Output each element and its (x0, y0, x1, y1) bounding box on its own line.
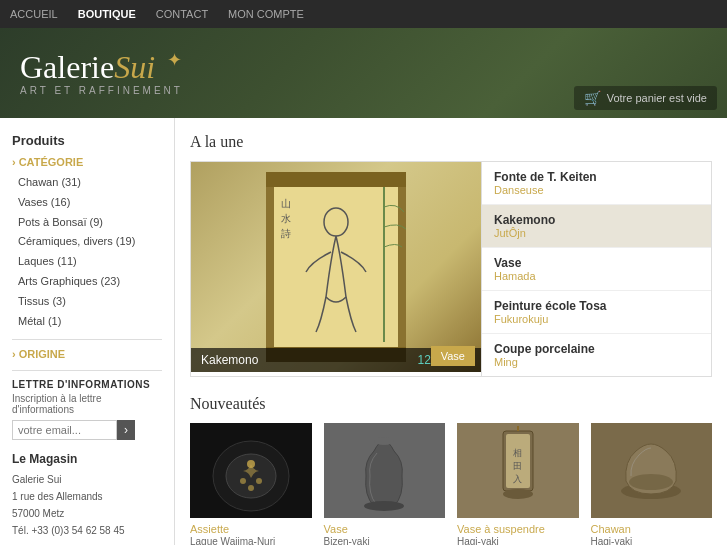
product-image-vase (324, 423, 446, 518)
product-subtitle-3: Hagi-yaki (591, 536, 713, 545)
logo-icon: ✦ (167, 50, 182, 70)
chevron-right-icon: › (12, 156, 16, 168)
email-submit-button[interactable]: › (117, 420, 135, 440)
featured-item-sub: Hamada (494, 270, 699, 282)
divider2 (12, 370, 162, 371)
featured-item-name: Coupe porcelaine (494, 342, 699, 356)
product-card-1[interactable]: Vase Bizen-yaki 250,00 € (324, 423, 446, 545)
sidebar-category-toggle[interactable]: › CATÉGORIE (12, 156, 162, 168)
list-item[interactable]: Céramiques, divers (19) (18, 232, 162, 252)
lettre-subtitle: Inscription à la lettre d'informations (12, 393, 162, 415)
logo-part1: Galerie (20, 49, 114, 85)
svg-text:田: 田 (513, 461, 522, 471)
magasin-address2: 57000 Metz (12, 505, 162, 522)
magasin-title: Le Magasin (12, 452, 162, 466)
magasin-phone: Tél. +33 (0)3 54 62 58 45 (12, 522, 162, 539)
product-image-chawan (591, 423, 713, 518)
featured-item-sub: Ming (494, 356, 699, 368)
nav-contact[interactable]: CONTACT (156, 8, 208, 20)
featured-item-sub: Danseuse (494, 184, 699, 196)
svg-text:詩: 詩 (281, 228, 291, 239)
email-input[interactable] (12, 420, 117, 440)
nav-mon-compte[interactable]: MON COMPTE (228, 8, 304, 20)
magasin-address1: 1 rue des Allemands (12, 488, 162, 505)
featured-item-sub: Fukurokuju (494, 313, 699, 325)
product-card-3[interactable]: Chawan Hagi-yaki 240,00 € (591, 423, 713, 545)
list-item[interactable]: Métal (1) (18, 312, 162, 332)
svg-point-25 (629, 474, 673, 490)
featured-list-item-3[interactable]: Peinture école Tosa Fukurokuju (482, 291, 711, 334)
magasin-name: Galerie Sui (12, 471, 162, 488)
featured-image-bg: 山 水 詩 (191, 162, 481, 372)
featured-main-label: Kakemono (201, 353, 258, 367)
list-item[interactable]: Laques (11) (18, 252, 162, 272)
cart-area[interactable]: 🛒 Votre panier est vide (574, 86, 717, 110)
top-nav: ACCUEIL BOUTIQUE CONTACT MON COMPTE (0, 0, 727, 28)
list-item[interactable]: Pots à Bonsaï (9) (18, 213, 162, 233)
featured-item-name: Kakemono (494, 213, 699, 227)
magasin-info: Galerie Sui 1 rue des Allemands 57000 Me… (12, 471, 162, 539)
featured-list-item-1[interactable]: Kakemono JutÔjn (482, 205, 711, 248)
product-title-2: Vase à suspendre (457, 523, 579, 535)
cart-text: Votre panier est vide (607, 92, 707, 104)
product-image-assiette (190, 423, 312, 518)
list-item[interactable]: Tissus (3) (18, 292, 162, 312)
svg-point-13 (256, 478, 262, 484)
svg-point-23 (503, 489, 533, 499)
featured-item-sub: JutÔjn (494, 227, 699, 239)
logo-subtitle: ART ET RAFFINEMENT (20, 85, 183, 96)
svg-point-16 (364, 501, 404, 511)
main-content: A la une (175, 118, 727, 545)
featured-area: 山 水 詩 Kakemono 1200.00 € Vase Fonte de T… (190, 161, 712, 377)
lettre-section: LETTRE D'INFORMATIONS Inscription à la l… (12, 379, 162, 440)
email-form: › (12, 420, 162, 440)
product-title-3: Chawan (591, 523, 713, 535)
products-grid: Assiette Laque Wajima-Nuri 120,00 € Vase… (190, 423, 712, 545)
product-title-0: Assiette (190, 523, 312, 535)
featured-list-item-0[interactable]: Fonte de T. Keiten Danseuse (482, 162, 711, 205)
main-container: Produits › CATÉGORIE Chawan (31) Vases (… (0, 118, 727, 545)
origine-label: ORIGINE (19, 348, 65, 360)
sidebar-products-title: Produits (12, 133, 162, 148)
product-subtitle-0: Laque Wajima-Nuri (190, 536, 312, 545)
featured-image-wrapper: 山 水 詩 Kakemono 1200.00 € Vase (191, 162, 481, 372)
nouveautes-section-title: Nouveautés (190, 395, 712, 413)
category-label: CATÉGORIE (19, 156, 84, 168)
product-title-1: Vase (324, 523, 446, 535)
nav-boutique[interactable]: BOUTIQUE (78, 8, 136, 20)
sidebar-origine-toggle[interactable]: › ORIGINE (12, 348, 162, 360)
svg-text:山: 山 (281, 198, 291, 209)
kakemono-art-svg: 山 水 詩 (236, 167, 436, 367)
featured-item-name: Vase (494, 256, 699, 270)
featured-nav-button[interactable]: Vase (431, 346, 475, 366)
chevron-right-icon: › (12, 348, 16, 360)
list-item[interactable]: Arts Graphiques (23) (18, 272, 162, 292)
svg-rect-2 (266, 172, 406, 187)
svg-text:水: 水 (281, 213, 291, 224)
featured-section-title: A la une (190, 133, 712, 151)
category-list: Chawan (31) Vases (16) Pots à Bonsaï (9)… (12, 173, 162, 331)
lettre-title: LETTRE D'INFORMATIONS (12, 379, 162, 390)
list-item[interactable]: Chawan (31) (18, 173, 162, 193)
logo-part2: Sui (114, 49, 155, 85)
svg-point-12 (240, 478, 246, 484)
featured-list-item-2[interactable]: Vase Hamada (482, 248, 711, 291)
sidebar: Produits › CATÉGORIE Chawan (31) Vases (… (0, 118, 175, 545)
svg-point-14 (248, 485, 254, 491)
svg-point-15 (374, 437, 394, 445)
nav-accueil[interactable]: ACCUEIL (10, 8, 58, 20)
product-subtitle-1: Bizen-yaki (324, 536, 446, 545)
featured-item-name: Fonte de T. Keiten (494, 170, 699, 184)
featured-item-name: Peinture école Tosa (494, 299, 699, 313)
logo: GalerieSui ✦ ART ET RAFFINEMENT (20, 51, 183, 96)
product-image-suspendre: 相 田 入 (457, 423, 579, 518)
featured-list-item-4[interactable]: Coupe porcelaine Ming (482, 334, 711, 376)
divider (12, 339, 162, 340)
cart-icon: 🛒 (584, 90, 601, 106)
svg-rect-1 (274, 181, 398, 353)
product-card-2[interactable]: 相 田 入 Vase à suspendre Hagi-yaki 85,00 € (457, 423, 579, 545)
product-card-0[interactable]: Assiette Laque Wajima-Nuri 120,00 € (190, 423, 312, 545)
svg-text:入: 入 (513, 474, 522, 484)
site-header: GalerieSui ✦ ART ET RAFFINEMENT 🛒 Votre … (0, 28, 727, 118)
list-item[interactable]: Vases (16) (18, 193, 162, 213)
